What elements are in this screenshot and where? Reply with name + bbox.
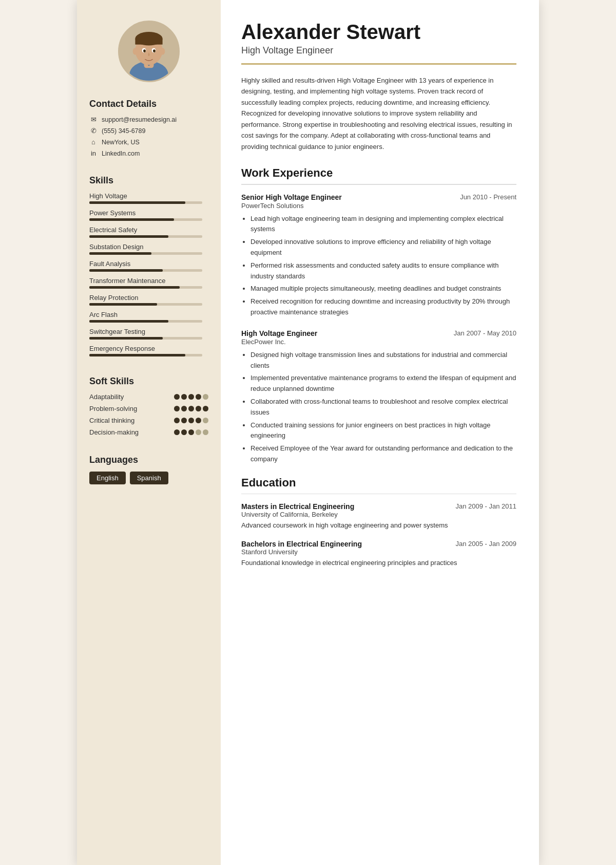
phone-icon: ✆ (89, 127, 98, 135)
dot (196, 418, 201, 423)
job-block: High Voltage Engineer Jan 2007 - May 201… (241, 329, 516, 465)
svg-point-12 (160, 48, 165, 54)
skill-bar-fill (89, 337, 163, 340)
soft-skill-name: Adaptability (89, 393, 124, 401)
dot (174, 406, 180, 411)
contact-location: ⌂ NewYork, US (89, 138, 208, 146)
soft-skill-item: Problem-solving (89, 405, 208, 412)
skill-bar-bg (89, 286, 202, 289)
languages-title: Languages (89, 455, 208, 465)
skill-bar-bg (89, 201, 202, 204)
edu-header: Masters in Electrical Engineering Jan 20… (241, 502, 516, 511)
language-badges: EnglishSpanish (89, 472, 208, 484)
skill-name: Arc Flash (89, 311, 208, 318)
work-title: Work Experience (241, 166, 516, 180)
soft-skill-name: Problem-solving (89, 405, 137, 412)
skills-title: Skills (89, 175, 208, 186)
job-company: PowerTech Solutions (241, 202, 516, 210)
skill-name: Fault Analysis (89, 260, 208, 268)
skill-bar-fill (89, 320, 168, 323)
edu-dates: Jan 2005 - Jan 2009 (455, 540, 516, 548)
skill-bar-fill (89, 354, 185, 356)
soft-skill-name: Decision-making (89, 428, 139, 436)
dots (174, 418, 208, 423)
svg-point-11 (133, 48, 138, 54)
skill-bar-bg (89, 252, 202, 255)
skill-item: High Voltage (89, 192, 208, 204)
edu-school: Stanford University (241, 548, 516, 556)
skill-name: Electrical Safety (89, 226, 208, 234)
dot (174, 394, 180, 400)
job-block: Senior High Voltage Engineer Jun 2010 - … (241, 193, 516, 318)
main-divider (241, 63, 516, 65)
job-dates: Jun 2010 - Present (460, 193, 516, 201)
skill-item: Power Systems (89, 209, 208, 221)
dot (188, 406, 194, 411)
job-header: High Voltage Engineer Jan 2007 - May 201… (241, 329, 516, 337)
education-section: Education Masters in Electrical Engineer… (241, 476, 516, 577)
skill-bar-bg (89, 235, 202, 238)
job-bullet: Performed risk assessments and conducted… (251, 260, 516, 282)
dot (181, 406, 187, 411)
soft-skill-item: Critical thinking (89, 417, 208, 424)
dot (203, 429, 208, 435)
dot (203, 394, 208, 400)
job-bullet: Designed high voltage transmission lines… (251, 350, 516, 371)
work-divider (241, 184, 516, 185)
svg-rect-6 (135, 39, 162, 44)
dot (188, 418, 194, 423)
job-bullet: Received recognition for reducing downti… (251, 296, 516, 318)
edu-desc: Advanced coursework in high voltage engi… (241, 520, 516, 531)
edu-dates: Jan 2009 - Jan 2011 (455, 502, 516, 510)
linkedin-icon: in (89, 149, 98, 157)
main-content: Alexander Stewart High Voltage Engineer … (221, 0, 539, 865)
skill-bar-bg (89, 337, 202, 340)
dot (203, 418, 208, 423)
avatar (118, 21, 180, 82)
skill-item: Relay Protection (89, 294, 208, 306)
skills-list: High Voltage Power Systems Electrical Sa… (89, 192, 208, 356)
soft-skills-section: Soft Skills AdaptabilityProblem-solvingC… (89, 376, 208, 440)
job-header: Senior High Voltage Engineer Jun 2010 - … (241, 193, 516, 201)
skill-item: Transformer Maintenance (89, 277, 208, 289)
job-bullets: Designed high voltage transmission lines… (241, 350, 516, 465)
svg-point-10 (153, 49, 156, 52)
dot (196, 429, 201, 435)
sidebar: Contact Details ✉ support@resumedesign.a… (77, 0, 221, 865)
job-title: Senior High Voltage Engineer (241, 193, 342, 201)
work-section: Work Experience Senior High Voltage Engi… (241, 166, 516, 476)
dot (196, 406, 201, 411)
skill-name: Relay Protection (89, 294, 208, 302)
dot (196, 394, 201, 400)
skill-name: Switchgear Testing (89, 328, 208, 335)
dots (174, 429, 208, 435)
skill-name: Power Systems (89, 209, 208, 217)
skill-item: Substation Design (89, 243, 208, 255)
job-bullet: Collaborated with cross-functional teams… (251, 397, 516, 418)
edu-desc: Foundational knowledge in electrical eng… (241, 558, 516, 568)
skill-bar-fill (89, 235, 168, 238)
language-badge: Spanish (130, 472, 168, 484)
education-title: Education (241, 476, 516, 490)
job-bullet: Managed multiple projects simultaneously… (251, 284, 516, 294)
job-title: High Voltage Engineer (241, 329, 317, 337)
dot (181, 429, 187, 435)
dot (188, 394, 194, 400)
skill-bar-bg (89, 320, 202, 323)
dot (181, 394, 187, 400)
skill-bar-fill (89, 201, 185, 204)
skill-bar-bg (89, 354, 202, 356)
dot (181, 418, 187, 423)
location-icon: ⌂ (89, 138, 98, 146)
dots (174, 406, 208, 411)
job-bullet: Lead high voltage engineering team in de… (251, 214, 516, 235)
skill-bar-fill (89, 303, 157, 306)
education-divider (241, 494, 516, 495)
contact-linkedin: in LinkedIn.com (89, 149, 208, 157)
contact-phone: ✆ (555) 345-6789 (89, 127, 208, 135)
job-bullet: Implemented preventative maintenance pro… (251, 373, 516, 394)
soft-skill-name: Critical thinking (89, 417, 134, 424)
resume-container: Contact Details ✉ support@resumedesign.a… (77, 0, 539, 865)
edu-degree: Masters in Electrical Engineering (241, 502, 354, 511)
job-dates: Jan 2007 - May 2010 (454, 329, 516, 337)
